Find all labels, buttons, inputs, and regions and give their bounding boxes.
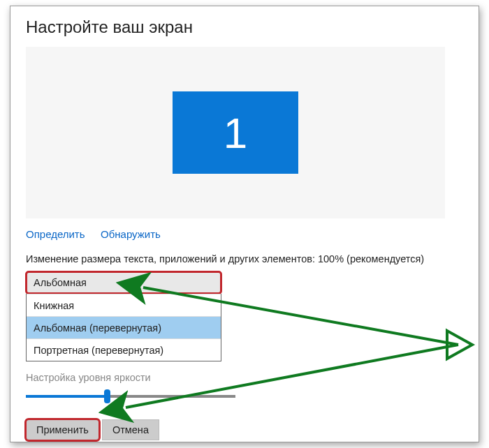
detect-link[interactable]: Обнаружить	[101, 228, 161, 240]
monitor-number: 1	[224, 108, 247, 158]
dialog-buttons: Применить Отмена	[26, 419, 463, 440]
display-preview-area: 1	[26, 47, 445, 218]
brightness-slider[interactable]	[26, 389, 235, 404]
apply-button[interactable]: Применить	[26, 419, 99, 440]
identify-link[interactable]: Определить	[26, 228, 85, 240]
orientation-selected[interactable]: Альбомная	[26, 271, 221, 294]
brightness-label: Настройка уровня яркости	[26, 372, 463, 383]
monitor-tile-1[interactable]: 1	[173, 91, 298, 174]
orientation-option-portrait-flipped[interactable]: Портретная (перевернутая)	[27, 338, 221, 361]
brightness-track	[26, 395, 235, 398]
cancel-button[interactable]: Отмена	[102, 419, 159, 440]
page-title: Настройте ваш экран	[26, 17, 463, 37]
orientation-options-list: Книжная Альбомная (перевернутая) Портрет…	[26, 294, 221, 361]
brightness-thumb[interactable]	[104, 389, 110, 403]
orientation-dropdown[interactable]: Альбомная Книжная Альбомная (перевернута…	[26, 271, 221, 294]
orientation-option-portrait[interactable]: Книжная	[27, 294, 221, 316]
settings-panel: Настройте ваш экран 1 Определить Обнаруж…	[10, 6, 479, 442]
scale-label: Изменение размера текста, приложений и д…	[26, 253, 463, 264]
orientation-option-landscape-flipped[interactable]: Альбомная (перевернутая)	[27, 316, 221, 338]
display-links: Определить Обнаружить	[26, 228, 463, 241]
